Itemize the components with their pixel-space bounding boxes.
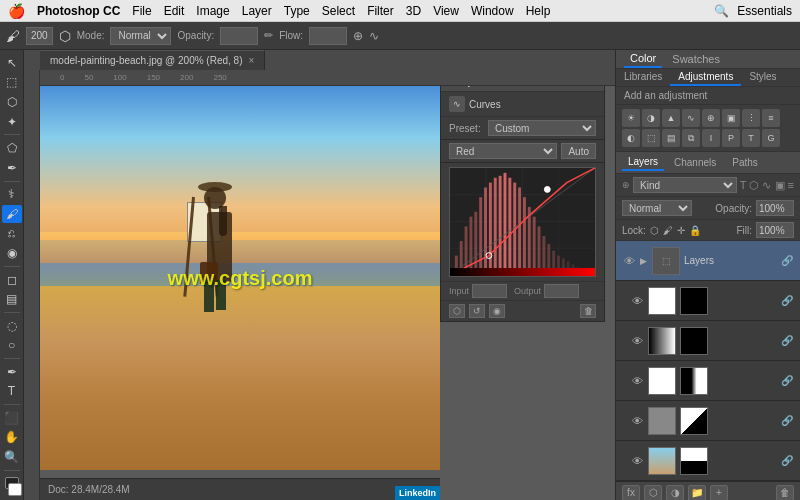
layer-link-1[interactable]: 🔗 bbox=[780, 294, 794, 308]
layer-eye-1[interactable]: 👁 bbox=[630, 294, 644, 308]
adj-color-balance[interactable]: ≡ bbox=[762, 109, 780, 127]
layer-new-btn[interactable]: + bbox=[710, 485, 728, 501]
layers-kind-select[interactable]: Kind bbox=[633, 177, 737, 193]
adj-gradient-map[interactable]: G bbox=[762, 129, 780, 147]
layer-eye-3[interactable]: 👁 bbox=[630, 374, 644, 388]
layer-eye-5[interactable]: 👁 bbox=[630, 454, 644, 468]
layer-mask-btn[interactable]: ⬡ bbox=[644, 485, 662, 501]
smooth-icon[interactable]: ∿ bbox=[369, 29, 379, 43]
curves-graph[interactable] bbox=[449, 167, 596, 277]
tab-styles[interactable]: Styles bbox=[741, 69, 784, 86]
menu-type[interactable]: Type bbox=[284, 4, 310, 18]
adj-brightness[interactable]: ☀ bbox=[622, 109, 640, 127]
layers-filter-icons[interactable]: T ⬡ ∿ ▣ ≡ bbox=[740, 179, 794, 192]
adj-levels[interactable]: ▲ bbox=[662, 109, 680, 127]
tool-gradient[interactable]: ▤ bbox=[2, 290, 22, 308]
tool-magic-wand[interactable]: ✦ bbox=[2, 113, 22, 131]
menu-edit[interactable]: Edit bbox=[164, 4, 185, 18]
menu-window[interactable]: Window bbox=[471, 4, 514, 18]
menu-layer[interactable]: Layer bbox=[242, 4, 272, 18]
menu-3d[interactable]: 3D bbox=[406, 4, 421, 18]
adj-contrast[interactable]: ◑ bbox=[642, 109, 660, 127]
delete-btn[interactable]: 🗑 bbox=[580, 304, 596, 318]
layer-fx-btn[interactable]: fx bbox=[622, 485, 640, 501]
menu-select[interactable]: Select bbox=[322, 4, 355, 18]
menu-help[interactable]: Help bbox=[526, 4, 551, 18]
layer-eye-2[interactable]: 👁 bbox=[630, 334, 644, 348]
visibility-btn[interactable]: ◉ bbox=[489, 304, 505, 318]
tool-blur[interactable]: ◌ bbox=[2, 317, 22, 335]
tool-crop[interactable]: ⬠ bbox=[2, 139, 22, 157]
layer-link-4[interactable]: 🔗 bbox=[780, 414, 794, 428]
background-color[interactable] bbox=[8, 483, 22, 496]
tab-adjustments[interactable]: Adjustments bbox=[670, 69, 741, 86]
tool-shape[interactable]: ⬛ bbox=[2, 409, 22, 427]
menu-file[interactable]: File bbox=[132, 4, 151, 18]
layer-link-0[interactable]: 🔗 bbox=[780, 254, 794, 268]
tab-libraries[interactable]: Libraries bbox=[616, 69, 670, 86]
layer-link-3[interactable]: 🔗 bbox=[780, 374, 794, 388]
tool-eraser[interactable]: ◻ bbox=[2, 271, 22, 289]
adj-vibrance[interactable]: ▣ bbox=[722, 109, 740, 127]
menu-filter[interactable]: Filter bbox=[367, 4, 394, 18]
apple-menu[interactable]: 🍎 bbox=[8, 3, 25, 19]
layer-item-4[interactable]: 👁 🔗 bbox=[616, 401, 800, 441]
tab-swatches[interactable]: Swatches bbox=[666, 51, 726, 67]
lock-transparent-icon[interactable]: ⬡ bbox=[650, 225, 659, 236]
tab-layers[interactable]: Layers bbox=[622, 154, 664, 171]
layer-eye-0[interactable]: 👁 bbox=[622, 254, 636, 268]
layer-item-curves[interactable]: 👁 🔗 bbox=[616, 281, 800, 321]
flow-input[interactable]: 100% bbox=[309, 27, 347, 45]
tab-channels[interactable]: Channels bbox=[668, 155, 722, 170]
layer-eye-4[interactable]: 👁 bbox=[630, 414, 644, 428]
tool-history[interactable]: ◉ bbox=[2, 244, 22, 262]
fill-input[interactable] bbox=[756, 222, 794, 238]
channel-select[interactable]: Red Green Blue RGB bbox=[449, 143, 557, 159]
tool-hand[interactable]: ✋ bbox=[2, 429, 22, 447]
layer-group-btn[interactable]: 📁 bbox=[688, 485, 706, 501]
tab-color[interactable]: Color bbox=[624, 50, 662, 68]
tool-marquee[interactable]: ⬚ bbox=[2, 74, 22, 92]
adj-channel-mixer[interactable]: ▤ bbox=[662, 129, 680, 147]
search-icon[interactable]: 🔍 bbox=[714, 4, 729, 18]
tool-pen[interactable]: ✒ bbox=[2, 363, 22, 381]
layer-adjustment-btn[interactable]: ◑ bbox=[666, 485, 684, 501]
reset-btn[interactable]: ↺ bbox=[469, 304, 485, 318]
tool-dodge[interactable]: ○ bbox=[2, 336, 22, 354]
layer-item-group[interactable]: 👁 ▶ ⬚ Layers 🔗 bbox=[616, 241, 800, 281]
layer-item-bw[interactable]: 👁 🔗 bbox=[616, 321, 800, 361]
clip-layer-btn[interactable]: ⬡ bbox=[449, 304, 465, 318]
tool-brush[interactable]: 🖌 bbox=[2, 205, 22, 223]
layer-link-2[interactable]: 🔗 bbox=[780, 334, 794, 348]
expand-icon[interactable]: ▶ bbox=[640, 247, 648, 275]
canvas-tab[interactable]: model-painting-beach.jpg @ 200% (Red, 8)… bbox=[40, 50, 265, 70]
tool-eyedropper[interactable]: ✒ bbox=[2, 159, 22, 177]
adj-bw[interactable]: ◐ bbox=[622, 129, 640, 147]
auto-button[interactable]: Auto bbox=[561, 143, 596, 159]
output-value[interactable] bbox=[544, 284, 579, 298]
input-value[interactable] bbox=[472, 284, 507, 298]
adj-posterize[interactable]: P bbox=[722, 129, 740, 147]
tool-lasso[interactable]: ⬡ bbox=[2, 93, 22, 111]
essentials-label[interactable]: Essentials bbox=[737, 4, 792, 18]
layer-item-3[interactable]: 👁 🔗 bbox=[616, 361, 800, 401]
opacity-input[interactable] bbox=[756, 200, 794, 216]
adj-exposure[interactable]: ⊕ bbox=[702, 109, 720, 127]
opacity-input[interactable]: 100% bbox=[220, 27, 258, 45]
tool-move[interactable]: ↖ bbox=[2, 54, 22, 72]
tool-text[interactable]: T bbox=[2, 383, 22, 401]
layer-link-5[interactable]: 🔗 bbox=[780, 454, 794, 468]
adj-hsl[interactable]: ⋮ bbox=[742, 109, 760, 127]
adj-curves[interactable]: ∿ bbox=[682, 109, 700, 127]
adj-color-lookup[interactable]: ⧉ bbox=[682, 129, 700, 147]
adj-photo-filter[interactable]: ⬚ bbox=[642, 129, 660, 147]
close-tab-icon[interactable]: × bbox=[248, 55, 254, 66]
menu-image[interactable]: Image bbox=[196, 4, 229, 18]
blending-mode-select[interactable]: Normal Multiply Screen bbox=[622, 200, 692, 216]
lock-image-icon[interactable]: 🖌 bbox=[663, 225, 673, 236]
mode-select[interactable]: Normal bbox=[110, 27, 171, 45]
lock-position-icon[interactable]: ✛ bbox=[677, 225, 685, 236]
tool-zoom[interactable]: 🔍 bbox=[2, 448, 22, 466]
tab-paths[interactable]: Paths bbox=[726, 155, 764, 170]
canvas-container[interactable]: www.cgtsj.com bbox=[40, 86, 440, 470]
